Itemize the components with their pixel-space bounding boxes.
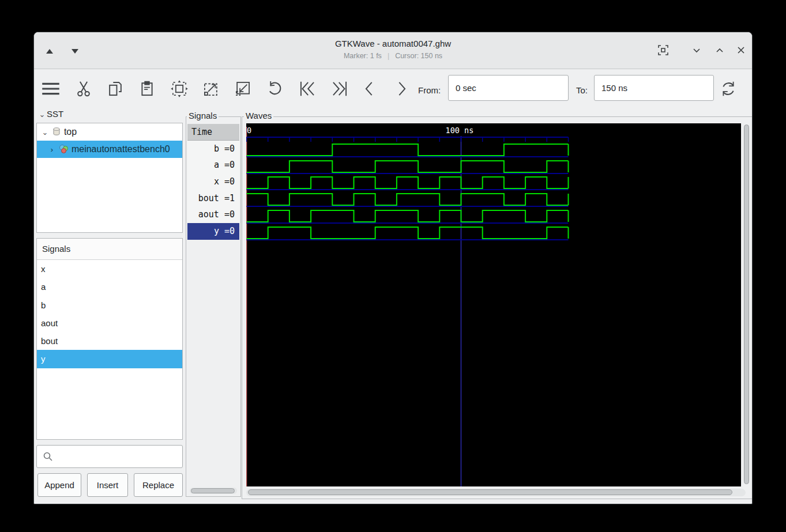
sst-tree: ⌄ top › meinautomattestbench0 xyxy=(36,123,183,233)
copy-icon xyxy=(106,80,125,98)
signal-value-row[interactable]: b =0 xyxy=(187,141,239,157)
to-input[interactable] xyxy=(594,75,714,101)
facs-list: Signals x a b aout bout y xyxy=(36,238,183,440)
signal-value-row-selected[interactable]: y =0 xyxy=(187,223,239,240)
list-item-selected[interactable]: y xyxy=(37,350,182,368)
prev-edge-button[interactable] xyxy=(360,80,379,98)
undo-icon xyxy=(265,80,284,98)
svg-text:100 ns: 100 ns xyxy=(446,126,474,135)
gtkwave-window: GTKWave - automat0047.ghw Marker: 1 fs|C… xyxy=(33,32,753,504)
signal-search xyxy=(36,445,183,468)
replace-button[interactable]: Replace xyxy=(134,473,183,497)
list-item[interactable]: bout xyxy=(37,332,182,350)
minimize-button[interactable] xyxy=(689,43,704,58)
expander-down-icon: ⌄ xyxy=(37,110,47,119)
wave-svg: 0100 ns xyxy=(246,123,741,486)
insert-button[interactable]: Insert xyxy=(87,473,128,497)
cut-button[interactable] xyxy=(74,80,93,98)
testbench-icon xyxy=(59,144,69,154)
chevron-down-icon xyxy=(689,43,704,58)
chevron-up-icon xyxy=(712,43,727,58)
marker-status: Marker: 1 fs xyxy=(344,52,382,60)
chevron-left-icon xyxy=(360,80,379,98)
zoom-in-icon xyxy=(202,80,220,98)
time-header-cell[interactable]: Time xyxy=(187,124,239,141)
signals-panel: Time b =0 a =0 x =0 bout =1 aout =0 y =0 xyxy=(186,116,241,497)
subtitle-separator: | xyxy=(388,52,389,60)
list-item[interactable]: x xyxy=(37,260,182,278)
reload-button[interactable] xyxy=(719,80,738,98)
titlebar[interactable]: GTKWave - automat0047.ghw Marker: 1 fs|C… xyxy=(34,32,752,69)
fit-icon xyxy=(656,43,671,58)
maximize-button[interactable] xyxy=(712,43,727,58)
window-title: GTKWave - automat0047.ghw xyxy=(34,39,752,48)
to-label: To: xyxy=(576,85,588,95)
sst-header[interactable]: ⌄SST xyxy=(37,109,63,119)
signals-panel-rows: Time b =0 a =0 x =0 bout =1 aout =0 y =0 xyxy=(187,124,239,240)
scrollbar-thumb[interactable] xyxy=(744,124,749,484)
facs-list-header[interactable]: Signals xyxy=(37,239,182,260)
skip-to-start-icon xyxy=(298,80,317,98)
copy-button[interactable] xyxy=(106,80,125,98)
chevron-right-icon xyxy=(392,80,411,98)
zoom-fit-icon xyxy=(170,80,189,98)
next-edge-button[interactable] xyxy=(392,80,411,98)
signal-value-row[interactable]: a =0 xyxy=(187,157,239,173)
signal-value-row[interactable]: aout =0 xyxy=(187,206,239,223)
from-label: From: xyxy=(418,85,441,95)
close-button[interactable] xyxy=(734,43,749,58)
from-input[interactable] xyxy=(448,75,569,101)
window-subtitle: Marker: 1 fs|Cursor: 150 ns xyxy=(34,52,752,60)
waves-vscrollbar[interactable] xyxy=(743,123,750,486)
tree-node-top[interactable]: ⌄ top xyxy=(37,123,182,141)
svg-text:0: 0 xyxy=(247,126,251,135)
append-button[interactable]: Append xyxy=(37,473,81,497)
waves-panel-title: Waves xyxy=(244,111,273,120)
reload-icon xyxy=(719,80,738,98)
waves-hscrollbar[interactable] xyxy=(246,489,746,496)
scrollbar-thumb[interactable] xyxy=(191,488,235,493)
list-item[interactable]: a xyxy=(37,278,182,296)
signals-panel-hscrollbar[interactable] xyxy=(190,488,237,494)
zoom-in-button[interactable] xyxy=(202,80,220,98)
go-to-end-button[interactable] xyxy=(330,80,349,98)
menu-button[interactable] xyxy=(42,80,60,98)
zoom-out-icon xyxy=(234,80,252,98)
close-icon xyxy=(734,43,749,58)
skip-to-end-icon xyxy=(330,80,349,98)
scrollbar-thumb[interactable] xyxy=(248,489,732,495)
waves-panel: 0100 ns xyxy=(242,116,753,499)
go-to-start-button[interactable] xyxy=(298,80,317,98)
clipboard-icon xyxy=(138,80,156,98)
list-item[interactable]: b xyxy=(37,296,182,314)
scissors-icon xyxy=(74,80,93,98)
module-cylinder-icon xyxy=(52,127,61,136)
signal-value-row[interactable]: x =0 xyxy=(187,173,239,190)
wave-canvas[interactable]: 0100 ns xyxy=(246,123,741,486)
signal-value-row[interactable]: bout =1 xyxy=(187,190,239,207)
expander-down-icon: ⌄ xyxy=(40,124,50,141)
toolbar: From: To: xyxy=(34,70,752,108)
paste-button[interactable] xyxy=(138,80,156,98)
search-icon xyxy=(43,451,53,462)
zoom-out-button[interactable] xyxy=(234,80,252,98)
cursor-status: Cursor: 150 ns xyxy=(395,52,442,60)
search-input[interactable] xyxy=(57,446,180,467)
undo-button[interactable] xyxy=(265,80,284,98)
zoom-fit-button[interactable] xyxy=(170,80,189,98)
menu-icon xyxy=(42,80,60,98)
signals-panel-title: Signals xyxy=(187,111,219,120)
expander-right-icon: › xyxy=(47,141,57,158)
tree-node-testbench[interactable]: › meinautomattestbench0 xyxy=(37,141,182,158)
list-item[interactable]: aout xyxy=(37,314,182,332)
fit-window-button[interactable] xyxy=(656,43,671,58)
